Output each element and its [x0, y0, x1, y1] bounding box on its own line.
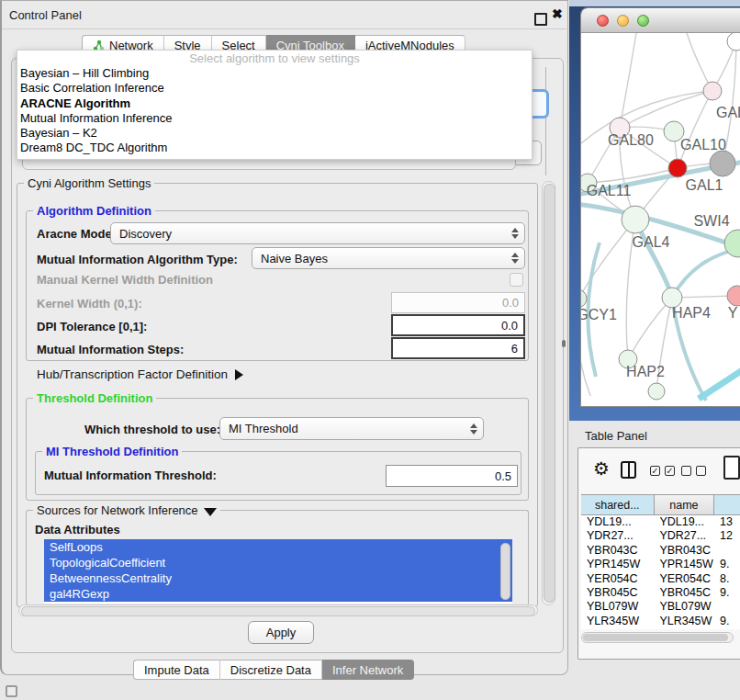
table-row[interactable]: YDR27...YDR27...12 [581, 529, 740, 543]
node-label: GAL10 [680, 137, 726, 152]
tab-discretize-data[interactable]: Discretize Data [220, 660, 322, 680]
table-row[interactable]: YER054CYER054C8. [581, 572, 740, 586]
node-label: SWI4 [693, 213, 729, 229]
hub-definition-label: Hub/Transcription Factor Definition [37, 367, 228, 381]
algorithm-option[interactable]: Basic Correlation Inference [17, 81, 532, 96]
close-icon[interactable]: ✖ [552, 6, 563, 21]
expanded-arrow-icon [204, 508, 217, 516]
tab-infer-network[interactable]: Infer Network [322, 660, 414, 680]
data-attributes-list[interactable]: SelfLoopsTopologicalCoefficientBetweenne… [44, 539, 512, 604]
network-node[interactable] [727, 33, 740, 51]
node-label: GAL4 [633, 234, 670, 250]
table-row[interactable]: YDL19...YDL19...13 [581, 515, 740, 529]
algorithm-option[interactable]: ARACNE Algorithm [17, 96, 532, 111]
table-panel-body: ⚙ ✓ ✓ shared... name YDL19...YDL19...13Y… [577, 447, 740, 660]
aracne-mode-label: Aracne Mode: [37, 227, 116, 241]
checked-checkbox-icon[interactable]: ✓ [650, 466, 660, 476]
node-label: GCY1 [581, 307, 617, 322]
settings-horizontal-scrollbar[interactable] [18, 604, 538, 616]
dpi-tolerance-field[interactable]: 0.0 [391, 314, 525, 336]
manual-kernel-width-checkbox[interactable] [510, 273, 523, 287]
combo-value: Naive Bayes [261, 252, 328, 265]
scrollbar-thumb[interactable] [21, 606, 535, 616]
unchecked-checkbox-icon[interactable] [696, 466, 706, 476]
table-cell: YER054C [581, 572, 654, 586]
table-body: YDL19...YDL19...13YDR27...YDR27...12YBR0… [581, 515, 740, 629]
table-cell: YDR27... [654, 529, 714, 543]
algorithm-option[interactable]: Mutual Information Inference [17, 111, 532, 126]
column-header-name[interactable]: name [655, 495, 715, 514]
dropdown-prompt: Select algorithm to view settings [17, 51, 532, 66]
table-cell: YDL19... [581, 515, 654, 529]
algorithm-option[interactable]: Dream8 DC_TDC Algorithm [17, 141, 532, 155]
minimize-traffic-light-icon[interactable] [617, 15, 629, 27]
checked-checkbox-icon[interactable]: ✓ [665, 466, 675, 476]
network-node[interactable] [622, 206, 649, 233]
table-row[interactable]: YIL052CYIL052C9. [581, 628, 740, 629]
settings-vertical-scrollbar[interactable] [542, 181, 555, 605]
column-header-shared-name[interactable]: shared... [581, 495, 655, 514]
table-row[interactable]: YLR345WYLR345W9. [581, 615, 740, 628]
table-cell: 13 [714, 515, 740, 529]
apply-button[interactable]: Apply [248, 621, 314, 644]
manual-kernel-width-label: Manual Kernel Width Definition [37, 273, 213, 287]
table-cell [714, 600, 740, 614]
tab-impute-data[interactable]: Impute Data [133, 660, 220, 680]
aracne-mode-select[interactable]: Discovery [110, 222, 525, 244]
float-window-icon[interactable] [534, 13, 547, 26]
table-cell: 9. [714, 628, 740, 629]
table-horizontal-scrollbar[interactable] [581, 632, 734, 643]
algorithm-option[interactable]: Bayesian – K2 [17, 126, 532, 141]
table-cell: YBL079W [581, 600, 654, 614]
table-row[interactable]: YBR043CYBR043C [581, 544, 740, 558]
attribute-list-item[interactable]: SelfLoops [44, 539, 512, 555]
network-node[interactable] [668, 159, 687, 177]
which-threshold-label: Which threshold to use: [84, 423, 220, 436]
scrollbar-thumb[interactable] [544, 184, 555, 603]
table-row[interactable]: YPR145WYPR145W9. [581, 558, 740, 571]
tab-label: Infer Network [332, 663, 403, 677]
table-cell: YBR045C [581, 586, 654, 600]
table-cell [714, 544, 740, 558]
document-icon[interactable] [723, 456, 740, 480]
table-panel: Table Panel ⚙ ✓ ✓ shared... name YDL19..… [569, 421, 740, 700]
table-cell: 9. [714, 558, 740, 571]
network-canvas[interactable]: GALGAL80GAL10GAL1GAL11SWI4GAL4GCY1HAP4YH… [581, 33, 740, 407]
network-node[interactable] [581, 289, 587, 308]
network-node[interactable] [703, 82, 722, 100]
network-node[interactable] [710, 151, 735, 176]
attribute-list-item[interactable]: gal4RGexp [44, 586, 512, 602]
table-toolbar: ⚙ ✓ ✓ [578, 448, 740, 494]
panel-divider-grip[interactable] [562, 340, 566, 347]
network-node[interactable] [727, 286, 740, 306]
mi-threshold-field[interactable]: 0.5 [386, 465, 518, 487]
zoom-traffic-light-icon[interactable] [637, 15, 649, 27]
mi-algorithm-type-select[interactable]: Naive Bayes [252, 247, 525, 269]
unchecked-checkbox-icon[interactable] [681, 466, 691, 476]
network-window-titlebar[interactable] [581, 8, 740, 33]
node-attribute-table: shared... name YDL19...YDL19...13YDR27..… [581, 494, 740, 629]
table-row[interactable]: YBL079WYBL079W [581, 600, 740, 614]
table-row[interactable]: YBR045CYBR045C9. [581, 586, 740, 600]
kernel-width-field[interactable]: 0.0 [391, 292, 525, 313]
attribute-list-item[interactable]: TopologicalCoefficient [44, 555, 512, 570]
which-threshold-select[interactable]: MI Threshold [219, 417, 484, 440]
algorithm-option[interactable]: Bayesian – Hill Climbing [17, 66, 532, 81]
scrollbar-thumb[interactable] [583, 634, 728, 641]
attribute-list-scrollbar[interactable] [500, 543, 510, 600]
restore-panel-icon[interactable] [6, 685, 17, 697]
columns-icon[interactable] [621, 461, 636, 479]
group-title: Algorithm Definition [33, 204, 155, 218]
algorithm-dropdown-list: Select algorithm to view settings Bayesi… [17, 50, 533, 160]
table-cell: YIL052C [654, 628, 714, 629]
hub-definition-expander[interactable]: Hub/Transcription Factor Definition [37, 367, 243, 381]
gear-icon[interactable]: ⚙ [593, 457, 610, 480]
column-header-partial[interactable] [714, 495, 740, 514]
network-node[interactable] [648, 383, 665, 400]
sources-expander[interactable]: Sources for Network Inference [33, 503, 220, 517]
attribute-list-item[interactable]: BetweennessCentrality [44, 570, 512, 586]
mi-steps-field[interactable]: 6 [391, 337, 525, 359]
table-header-row: shared... name [581, 495, 740, 515]
table-cell: YER054C [654, 572, 714, 586]
close-traffic-light-icon[interactable] [597, 15, 609, 27]
